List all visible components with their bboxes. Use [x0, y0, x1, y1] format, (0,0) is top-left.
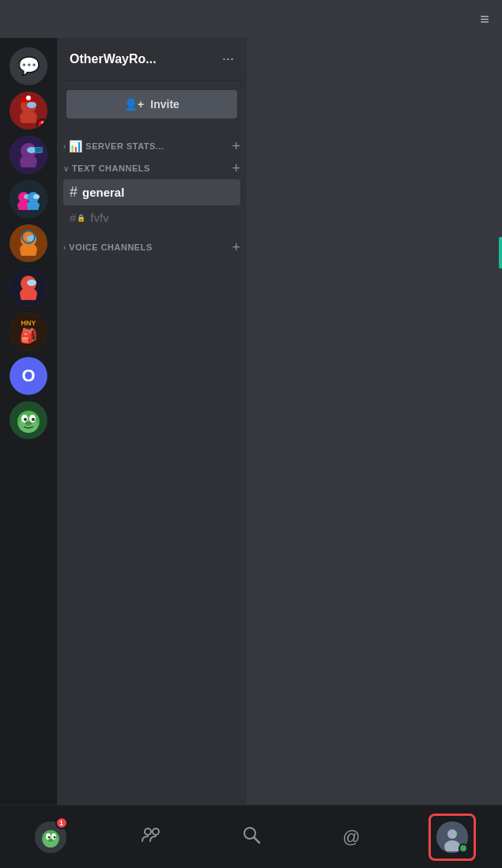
- svg-rect-23: [35, 204, 39, 210]
- nav-profile-avatar: [436, 821, 468, 853]
- server-icon-3[interactable]: [9, 180, 47, 218]
- server-icon-1[interactable]: 1: [9, 92, 47, 130]
- svg-rect-10: [21, 160, 27, 167]
- invite-icon: 👤+: [124, 98, 144, 111]
- hamburger-icon[interactable]: ≡: [480, 10, 489, 28]
- channel-general[interactable]: # general: [63, 179, 240, 205]
- nav-home[interactable]: 1: [27, 814, 74, 861]
- nav-profile[interactable]: [428, 814, 476, 861]
- server-icon-6[interactable]: HNY 🎒: [9, 313, 47, 351]
- server-icon-8[interactable]: [9, 401, 47, 439]
- text-channels-add-icon[interactable]: +: [232, 161, 240, 175]
- svg-point-41: [32, 418, 35, 421]
- server-header[interactable]: OtherWayRo... ···: [57, 38, 247, 81]
- svg-point-51: [48, 839, 53, 842]
- channel-name-general: general: [82, 186, 124, 199]
- channel-hash-general: #: [70, 184, 77, 201]
- svg-point-24: [33, 194, 40, 199]
- server-stats-emoji: 📊: [69, 140, 82, 152]
- main-content: [247, 38, 502, 805]
- home-badge: 1: [55, 817, 68, 829]
- server-stats-arrow: ›: [63, 142, 66, 151]
- category-text-channels[interactable]: ∨ TEXT CHANNELS +: [57, 156, 247, 178]
- svg-rect-17: [18, 204, 22, 210]
- nav-friends[interactable]: [127, 814, 175, 861]
- svg-point-54: [145, 829, 151, 835]
- server-list: 💬 1: [0, 38, 57, 805]
- text-channels-label: TEXT CHANNELS: [72, 163, 150, 173]
- server-icon-4[interactable]: [9, 224, 47, 262]
- svg-point-4: [27, 102, 36, 108]
- top-bar: ≡: [0, 0, 502, 38]
- server-icon-dm[interactable]: 💬: [9, 47, 47, 85]
- svg-rect-27: [21, 248, 27, 256]
- svg-point-35: [27, 280, 36, 286]
- svg-rect-34: [30, 292, 36, 300]
- invite-button[interactable]: 👤+ Invite: [66, 90, 237, 118]
- svg-point-7: [26, 96, 31, 100]
- channel-sidebar: OtherWayRo... ··· 👤+ Invite › 📊 SERVER S…: [57, 38, 247, 805]
- friends-icon: [140, 824, 162, 851]
- channel-fvfv[interactable]: #🔒 fvfv: [63, 206, 240, 229]
- voice-channels-label: VOICE CHANNELS: [69, 242, 152, 252]
- server-stats-label: SERVER STATS...: [85, 141, 164, 151]
- channel-hash-fvfv: #🔒: [70, 211, 85, 224]
- svg-rect-28: [30, 248, 36, 256]
- svg-rect-14: [36, 148, 42, 152]
- channels-list: › 📊 SERVER STATS... + ∨ TEXT CHANNELS + …: [57, 128, 247, 805]
- profile-online-dot: [459, 844, 468, 853]
- svg-rect-11: [30, 160, 36, 167]
- scroll-indicator: [499, 237, 502, 269]
- svg-point-49: [47, 836, 50, 838]
- svg-rect-33: [21, 292, 27, 300]
- svg-rect-3: [30, 115, 36, 123]
- svg-point-53: [51, 840, 51, 840]
- voice-channels-add-icon[interactable]: +: [232, 240, 240, 254]
- category-voice-channels[interactable]: › VOICE CHANNELS +: [57, 235, 247, 257]
- svg-point-44: [29, 423, 31, 424]
- server-icon-5[interactable]: [9, 269, 47, 306]
- server-badge-1: 1: [36, 118, 47, 130]
- nav-search[interactable]: [228, 814, 275, 861]
- server-icon-2[interactable]: [9, 136, 47, 174]
- svg-point-52: [49, 840, 50, 840]
- category-server-stats[interactable]: › 📊 SERVER STATS... +: [57, 134, 247, 156]
- text-channels-arrow: ∨: [63, 164, 69, 173]
- server-stats-add-icon[interactable]: +: [232, 139, 240, 153]
- channel-name-fvfv: fvfv: [90, 211, 108, 224]
- invite-label: Invite: [150, 98, 179, 111]
- svg-point-43: [26, 423, 28, 424]
- svg-point-40: [24, 418, 27, 421]
- svg-point-55: [153, 829, 159, 835]
- server-title: OtherWayRo...: [70, 52, 157, 66]
- mentions-icon: @: [342, 827, 360, 847]
- nav-mentions[interactable]: @: [328, 814, 376, 861]
- bottom-nav: 1 @: [0, 805, 502, 868]
- svg-point-50: [53, 836, 55, 838]
- server-options-icon[interactable]: ···: [222, 51, 234, 67]
- svg-rect-2: [21, 115, 27, 123]
- server-icon-7[interactable]: O: [9, 357, 47, 395]
- search-icon: [241, 825, 262, 850]
- svg-line-57: [254, 837, 259, 843]
- voice-channels-arrow: ›: [63, 243, 66, 252]
- svg-rect-22: [28, 204, 32, 210]
- app-container: 💬 1: [0, 38, 502, 805]
- svg-point-59: [447, 829, 457, 839]
